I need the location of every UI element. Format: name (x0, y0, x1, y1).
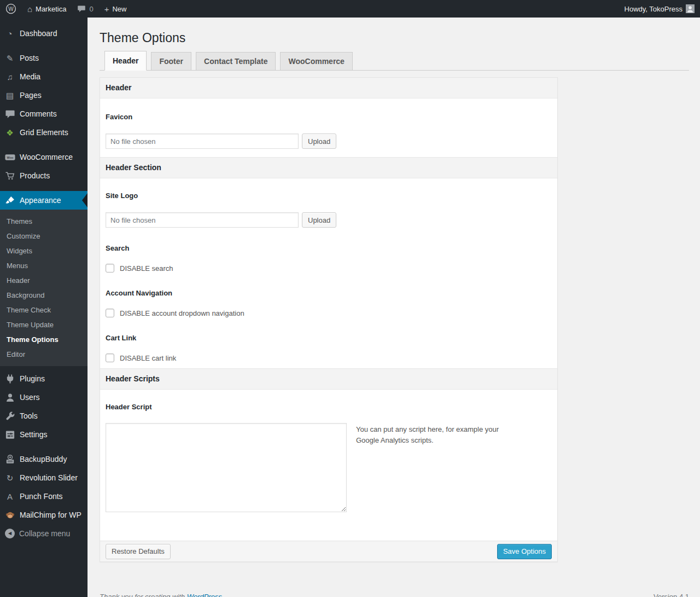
submenu-item-menus[interactable]: Menus (0, 258, 88, 273)
account-navigation-group: Account Navigation DISABLE account dropd… (106, 289, 552, 317)
account-navigation-label: Account Navigation (106, 289, 552, 297)
restore-defaults-button[interactable]: Restore Defaults (106, 544, 171, 559)
sidebar-item-label: Pages (20, 91, 42, 100)
mailchimp-icon (4, 509, 15, 520)
submenu-item-theme-check[interactable]: Theme Check (0, 303, 88, 317)
submenu-item-theme-update[interactable]: Theme Update (0, 317, 88, 332)
tab-contact-template[interactable]: Contact Template (196, 52, 276, 71)
site-logo-upload-button[interactable]: Upload (302, 212, 336, 228)
submenu-item-editor[interactable]: Editor (0, 347, 88, 362)
disable-cart-link-label: DISABLE cart link (120, 354, 176, 362)
plus-icon: + (104, 5, 109, 13)
submenu-item-header[interactable]: Header (0, 273, 88, 288)
sidebar-item-label: MailChimp for WP (20, 511, 81, 519)
comments-menu[interactable]: 0 (72, 0, 98, 18)
users-icon (4, 392, 15, 403)
sidebar-item-label: Punch Fonts (20, 492, 63, 501)
sidebar-menu-group: ◀Collapse menu (0, 524, 88, 543)
section-header-section: Header Section (100, 157, 557, 178)
comment-count: 0 (89, 5, 93, 13)
sidebar-item-label: WooCommerce (20, 153, 73, 161)
cart-link-group: Cart Link DISABLE cart link (106, 334, 552, 362)
sidebar-menu-group: AppearanceThemesCustomizeWidgetsMenusHea… (0, 191, 88, 366)
appearance-submenu: ThemesCustomizeWidgetsMenusHeaderBackgro… (0, 210, 88, 366)
submenu-item-widgets[interactable]: Widgets (0, 244, 88, 258)
revolution-slider-icon: ↻ (4, 472, 15, 483)
tools-icon (4, 410, 15, 421)
appearance-icon (4, 195, 15, 206)
header-script-textarea[interactable] (106, 423, 347, 512)
section-header-scripts: Header Scripts (100, 368, 557, 390)
header-script-label: Header Script (106, 403, 552, 411)
sidebar-item-label: Users (20, 393, 40, 402)
sidebar-item-pages[interactable]: ▤Pages (0, 86, 88, 105)
save-options-button[interactable]: Save Options (497, 544, 552, 559)
wordpress-logo-menu[interactable]: W (0, 0, 22, 18)
cart-link-label: Cart Link (106, 334, 552, 342)
sidebar-item-label: Settings (20, 430, 48, 439)
submenu-item-themes[interactable]: Themes (0, 214, 88, 229)
search-label: Search (106, 244, 552, 252)
sidebar-item-punch-fonts[interactable]: APunch Fonts (0, 487, 88, 506)
account-menu[interactable]: Howdy, TokoPress (619, 0, 700, 18)
sidebar-menu-group: ◔Dashboard (0, 24, 88, 43)
posts-icon: ✎ (4, 53, 15, 63)
favicon-block: Favicon Upload (100, 98, 557, 157)
disable-account-nav-checkbox[interactable] (106, 309, 114, 317)
disable-search-checkbox[interactable] (106, 264, 114, 273)
media-icon: ♫ (4, 71, 15, 82)
tab-footer[interactable]: Footer (151, 52, 191, 71)
favicon-upload-button[interactable]: Upload (302, 134, 336, 149)
new-menu[interactable]: + New (99, 0, 132, 18)
disable-account-nav-row[interactable]: DISABLE account dropdown navigation (106, 309, 552, 317)
home-icon: ⌂ (27, 5, 32, 13)
submenu-item-customize[interactable]: Customize (0, 229, 88, 244)
sidebar-item-collapse-menu[interactable]: ◀Collapse menu (0, 524, 88, 543)
dashboard-icon: ◔ (4, 28, 15, 39)
sidebar-item-backupbuddy[interactable]: BackupBuddy (0, 450, 88, 468)
wordpress-icon: W (5, 3, 16, 14)
sidebar-item-revolution-slider[interactable]: ↻Revolution Slider (0, 468, 88, 487)
page-footer: Thank you for creating with WordPress. V… (100, 593, 689, 597)
sidebar-item-tools[interactable]: Tools (0, 407, 88, 425)
sidebar-item-label: Collapse menu (19, 529, 70, 538)
disable-cart-link-checkbox[interactable] (106, 353, 114, 362)
sidebar-item-comments[interactable]: Comments (0, 105, 88, 123)
sidebar-item-plugins[interactable]: Plugins (0, 369, 88, 388)
sidebar-menu-group: BackupBuddy↻Revolution SliderAPunch Font… (0, 450, 88, 524)
avatar (686, 4, 695, 13)
sidebar-item-appearance[interactable]: Appearance (0, 191, 88, 210)
admin-menu: ◔Dashboard✎Posts♫Media▤PagesComments❖Gri… (0, 24, 88, 543)
sidebar-item-products[interactable]: Products (0, 166, 88, 185)
favicon-file-input[interactable] (106, 134, 299, 149)
sidebar-item-users[interactable]: Users (0, 388, 88, 407)
disable-account-nav-label: DISABLE account dropdown navigation (120, 309, 244, 317)
footer-thanks: Thank you for creating with WordPress. (100, 593, 224, 597)
search-group: Search DISABLE search (106, 244, 552, 273)
disable-search-row[interactable]: DISABLE search (106, 264, 552, 273)
sidebar-item-label: BackupBuddy (20, 455, 67, 463)
sidebar-item-posts[interactable]: ✎Posts (0, 49, 88, 67)
wordpress-link[interactable]: WordPress (187, 593, 222, 597)
grid-elements-icon: ❖ (4, 127, 15, 138)
sidebar-item-dashboard[interactable]: ◔Dashboard (0, 24, 88, 43)
tab-woocommerce[interactable]: WooCommerce (280, 52, 352, 71)
sidebar-item-media[interactable]: ♫Media (0, 67, 88, 86)
sidebar-menu-group: ✎Posts♫Media▤PagesComments❖Grid Elements (0, 49, 88, 142)
sidebar-item-grid-elements[interactable]: ❖Grid Elements (0, 123, 88, 142)
disable-cart-link-row[interactable]: DISABLE cart link (106, 353, 552, 362)
sidebar-item-mailchimp[interactable]: MailChimp for WP (0, 506, 88, 524)
site-menu[interactable]: ⌂ Marketica (22, 0, 72, 18)
tab-header[interactable]: Header (104, 51, 147, 71)
version-label: Version 4.1 (654, 593, 689, 597)
new-label: New (112, 5, 126, 13)
sidebar-menu-group: PluginsUsersToolsSettings (0, 369, 88, 444)
submenu-item-theme-options[interactable]: Theme Options (0, 332, 88, 347)
site-logo-label: Site Logo (106, 192, 552, 200)
site-logo-file-input[interactable] (106, 212, 299, 228)
sidebar-item-label: Plugins (20, 374, 45, 383)
sidebar-item-settings[interactable]: Settings (0, 425, 88, 444)
sidebar-item-woocommerce[interactable]: WooWooCommerce (0, 148, 88, 166)
header-scripts-block: Header Script You can put any script her… (100, 390, 557, 541)
submenu-item-background[interactable]: Background (0, 288, 88, 303)
